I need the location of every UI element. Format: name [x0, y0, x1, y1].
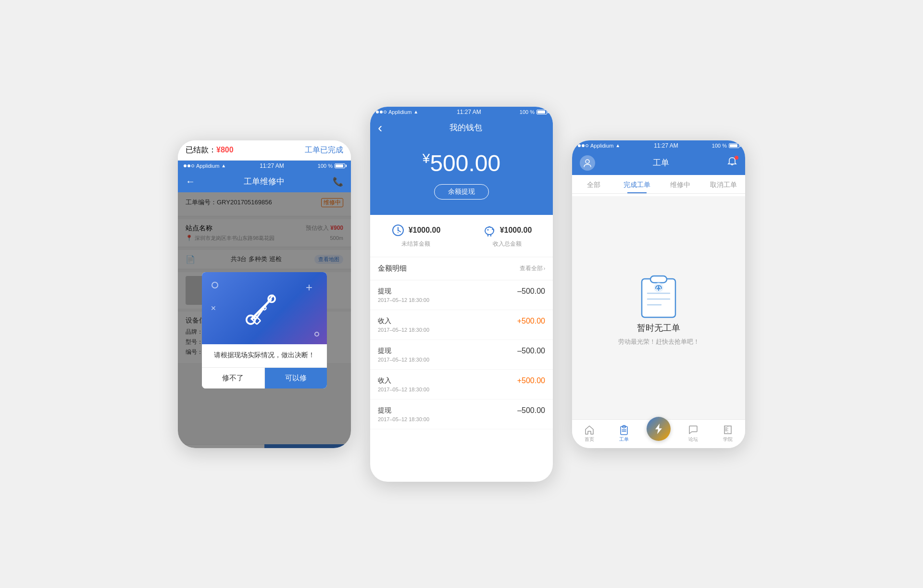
avatar-svg — [583, 158, 592, 168]
tools-svg-icon — [243, 289, 286, 327]
svg-line-3 — [256, 295, 273, 319]
view-all-link[interactable]: 查看全部 › — [520, 264, 545, 273]
svg-point-14 — [586, 160, 589, 163]
tx-amount-1: +500.00 — [517, 317, 545, 325]
tx-amount-0: –500.00 — [517, 287, 545, 296]
tx-type-3: 收入 — [378, 376, 429, 385]
decision-dialog: + ✕ — [202, 272, 327, 388]
tx-amount-3: +500.00 — [517, 376, 545, 385]
forum-icon — [688, 425, 698, 435]
balance-display: ¥500.00 — [378, 150, 545, 176]
tab-cancelled[interactable]: 取消工单 — [702, 175, 745, 193]
nav-center-logo[interactable] — [641, 420, 676, 448]
status-time-2: 11:27 AM — [457, 109, 481, 115]
work-order-header: ← 工单维修中 📞 — [178, 171, 351, 192]
dot3-2 — [384, 111, 387, 113]
back-icon[interactable]: ← — [186, 176, 195, 187]
svg-point-1 — [247, 315, 255, 324]
home-icon — [584, 425, 595, 435]
empty-state-title: 暂时无工单 — [637, 322, 680, 334]
tx-date-3: 2017–05–12 18:30:00 — [378, 387, 429, 392]
svg-point-10 — [485, 227, 494, 235]
status-bar-2: Applidium ▲ 11:27 AM 100 % — [370, 107, 553, 117]
tx-left-0: 提现 2017–05–12 18:30:00 — [378, 287, 429, 303]
center-logo-icon — [647, 417, 671, 441]
phone-3-work-list: Applidium ▲ 11:27 AM 100 % 工单 全部 完成工单 — [572, 140, 745, 448]
user-avatar-icon[interactable] — [580, 155, 595, 171]
tab-completed[interactable]: 完成工单 — [615, 175, 659, 193]
clipboard-nav-icon — [619, 425, 629, 435]
wallet-balance-area: ¥500.00 余额提现 — [370, 138, 553, 215]
plus-decoration: + — [306, 281, 312, 294]
nav-academy[interactable]: 学院 — [711, 420, 745, 448]
status-left-2: Applidium ▲ — [376, 109, 418, 115]
phone-1-work-order: 已结款：¥800 工单已完成 Applidium ▲ 11:27 AM 100 … — [178, 140, 351, 448]
nav-home-label: 首页 — [585, 436, 594, 443]
dot2-2 — [380, 111, 383, 113]
status-right-1: 100 % — [318, 163, 345, 169]
dot1 — [184, 164, 187, 167]
bottom-navigation: 首页 工单 论坛 — [572, 419, 745, 448]
tx-date-2: 2017–05–12 18:30:00 — [378, 357, 429, 363]
nav-academy-label: 学院 — [723, 436, 733, 443]
partial-top-bar: 已结款：¥800 工单已完成 — [178, 140, 351, 161]
app-name-1: Applidium — [196, 163, 219, 169]
dot3 — [191, 164, 194, 167]
dot2 — [187, 164, 190, 167]
detail-title: 金额明细 — [378, 264, 407, 273]
transaction-row-0: 提现 2017–05–12 18:30:00 –500.00 — [370, 280, 553, 310]
paid-label: 已结款：¥800 — [186, 145, 234, 155]
transaction-row-3: 收入 2017–05–12 18:30:00 +500.00 — [370, 370, 553, 400]
wifi-icon: ▲ — [221, 163, 226, 168]
clipboard-illustration — [632, 269, 685, 322]
status-left-3: Applidium ▲ — [578, 143, 620, 149]
x-mark-decoration: ✕ — [211, 304, 216, 312]
piggy-bank-icon — [483, 224, 496, 237]
unsettled-value: ¥1000.00 — [409, 226, 441, 235]
status-time-1: 11:27 AM — [260, 163, 284, 169]
nav-forum[interactable]: 论坛 — [676, 420, 711, 448]
wifi-icon-3: ▲ — [615, 143, 620, 148]
nav-forum-label: 论坛 — [688, 436, 698, 443]
nav-home[interactable]: 首页 — [572, 420, 607, 448]
unsettled-row: ¥1000.00 — [391, 224, 441, 237]
signal-dots — [184, 164, 194, 167]
svg-rect-16 — [650, 276, 667, 283]
status-time-3: 11:27 AM — [654, 142, 678, 149]
status-bar-3: Applidium ▲ 11:27 AM 100 % — [572, 140, 745, 151]
phone-1-body: 工单编号：GRY201705169856 维修中 站点名称 预估收入 ¥900 … — [178, 192, 351, 448]
signal-dots-3 — [578, 144, 588, 147]
dialog-overlay: + ✕ — [178, 192, 351, 448]
withdraw-button[interactable]: 余额提现 — [434, 184, 489, 200]
transaction-row-2: 提现 2017–05–12 18:30:00 –500.00 — [370, 340, 553, 370]
tx-amount-4: –500.00 — [517, 406, 545, 415]
nav-workorder-label: 工单 — [619, 436, 629, 443]
circle-decoration-tl — [212, 282, 218, 288]
tab-repairing[interactable]: 维修中 — [659, 175, 702, 193]
completed-label: 工单已完成 — [305, 145, 343, 155]
header-title-1: 工单维修中 — [244, 176, 285, 187]
tx-date-4: 2017–05–12 18:30:00 — [378, 416, 429, 422]
paid-amount: ¥800 — [216, 146, 234, 154]
tx-amount-2: –500.00 — [517, 347, 545, 355]
tx-type-2: 提现 — [378, 347, 429, 355]
battery-2 — [536, 110, 547, 114]
bell-notification-icon[interactable] — [727, 157, 737, 169]
unsettled-label: 未结算金额 — [401, 240, 430, 248]
dot1-2 — [376, 111, 379, 113]
tab-all[interactable]: 全部 — [572, 175, 615, 193]
phone-call-icon[interactable]: 📞 — [333, 176, 343, 187]
empty-state-area: 暂时无工单 劳动最光荣！赶快去抢单吧！ — [572, 196, 745, 419]
wallet-back-icon[interactable]: ‹ — [378, 120, 382, 136]
lightning-logo — [651, 422, 666, 436]
tx-left-1: 收入 2017–05–12 18:30:00 — [378, 317, 429, 333]
can-fix-button[interactable]: 可以修 — [265, 368, 327, 388]
cannot-fix-button[interactable]: 修不了 — [202, 368, 265, 388]
circle-decoration-br — [314, 332, 319, 337]
dot1-3 — [578, 144, 581, 147]
signal-dots-2 — [376, 111, 387, 113]
nav-work-order[interactable]: 工单 — [607, 420, 641, 448]
status-right-3: 100 % — [712, 143, 739, 149]
app-name-3: Applidium — [590, 143, 613, 149]
dot3-3 — [586, 144, 588, 147]
